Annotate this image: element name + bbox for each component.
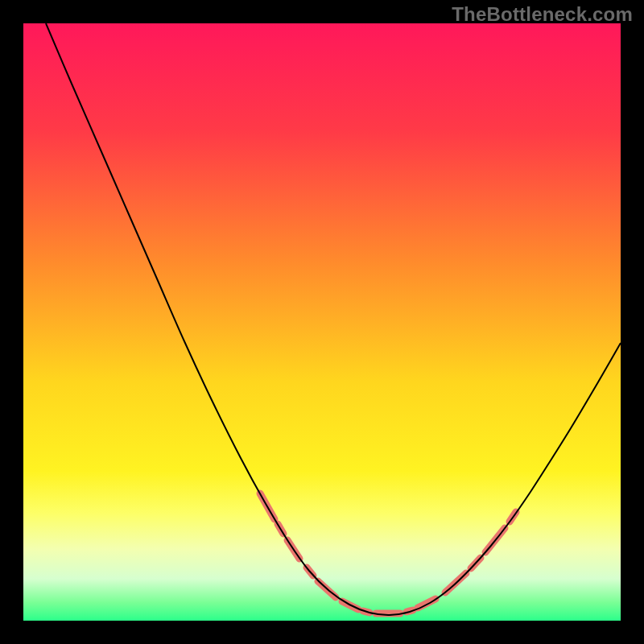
chart-svg	[23, 23, 621, 621]
chart-container: TheBottleneck.com	[0, 0, 644, 644]
gradient-background	[23, 23, 621, 621]
plot-area	[23, 23, 621, 621]
watermark-text: TheBottleneck.com	[452, 3, 633, 26]
